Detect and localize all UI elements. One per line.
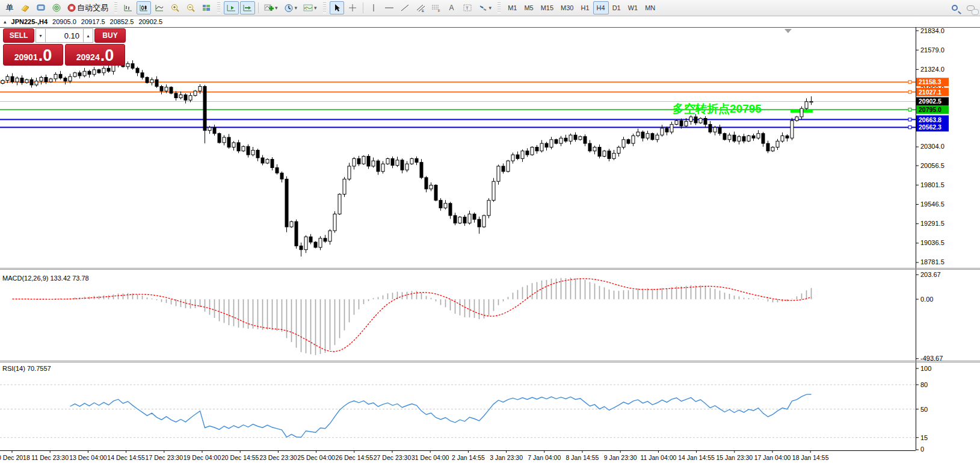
candlestick-chart-type-button[interactable] <box>137 1 151 14</box>
candle-body <box>107 68 110 71</box>
search-button[interactable] <box>948 1 962 14</box>
vertical-line-tool[interactable] <box>366 1 381 14</box>
horizontal-line-tool[interactable] <box>382 1 396 14</box>
candle-body <box>742 137 745 141</box>
buy-button[interactable]: BUY <box>94 28 126 43</box>
volume-increase-button[interactable]: ▴ <box>83 28 93 43</box>
candle-body <box>516 155 519 158</box>
candle-body <box>641 132 644 138</box>
trendline-tool[interactable] <box>398 1 412 14</box>
vline-icon <box>371 4 377 12</box>
timeframe-button-h4[interactable]: H4 <box>593 1 609 14</box>
buy-price-box[interactable]: 20924 .0 <box>65 44 125 66</box>
svg-text:20902.5: 20902.5 <box>919 98 941 105</box>
timeframe-button-m5[interactable]: M5 <box>520 1 537 14</box>
candle-body <box>194 91 197 96</box>
timeframe-button-h1[interactable]: H1 <box>578 1 593 14</box>
candle-body <box>738 137 741 141</box>
candle-body <box>800 108 803 117</box>
candlestick-icon <box>139 4 149 12</box>
indicators-button[interactable]: ▾ <box>262 1 280 14</box>
equidistant-channel-tool[interactable]: E <box>413 1 428 14</box>
candle-body <box>362 157 365 164</box>
sell-price-box[interactable]: 20901 .0 <box>3 44 63 66</box>
time-axis-label: 15 Jan 23:30 <box>716 454 753 461</box>
candle-body <box>795 117 798 120</box>
candle-body <box>757 134 760 138</box>
timeframe-button-d1[interactable]: D1 <box>609 1 624 14</box>
svg-text:19801.5: 19801.5 <box>920 181 945 188</box>
periods-button[interactable]: ▾ <box>282 1 300 14</box>
auto-scroll-button[interactable] <box>224 1 239 14</box>
candle-body <box>574 135 577 140</box>
candle-body <box>396 160 399 166</box>
candle-body <box>35 81 38 85</box>
candle-body <box>564 138 567 141</box>
cursor-tool-button[interactable] <box>330 1 344 14</box>
candle-body <box>526 151 529 155</box>
terminal-icon[interactable] <box>34 1 48 14</box>
timeframe-button-w1[interactable]: W1 <box>624 1 642 14</box>
candle-body <box>511 155 514 161</box>
zoom-in-button[interactable] <box>168 1 182 14</box>
timeframe-button-mn[interactable]: MN <box>641 1 659 14</box>
fibonacci-tool[interactable]: F <box>429 1 443 14</box>
main-toolbar: 单 自动交易 ▾ ▾ ▾ <box>0 0 980 16</box>
macd-label: MACD(12,26,9) 133.42 73.78 <box>2 275 89 282</box>
chart-shift-button[interactable] <box>240 1 255 14</box>
toolbar-grip <box>323 2 326 13</box>
candle-body <box>434 185 437 200</box>
text-label-tool[interactable]: T <box>460 1 475 14</box>
dropdown-arrow-icon[interactable]: ▾ <box>275 5 278 11</box>
one-click-collapse-arrow[interactable]: ▴ <box>4 19 7 25</box>
candle-body <box>713 128 717 132</box>
candle-body <box>324 238 327 241</box>
volume-decrease-button[interactable]: ▾ <box>35 28 46 43</box>
candle-body <box>559 138 562 143</box>
autotrading-button[interactable]: 自动交易 <box>65 1 111 14</box>
candle-body <box>762 134 765 143</box>
svg-text:100: 100 <box>920 365 931 372</box>
candle-body <box>733 135 736 141</box>
signals-icon[interactable] <box>49 1 64 14</box>
volume-input[interactable] <box>46 28 83 43</box>
candle-body <box>401 160 404 170</box>
chart-canvas[interactable]: 21834.021579.021324.021069.020304.020056… <box>0 0 980 466</box>
candle-body <box>776 141 779 147</box>
text-tool[interactable]: A <box>445 1 459 14</box>
crosshair-tool-button[interactable] <box>345 1 360 14</box>
time-axis-label: 14 Jan 14:55 <box>678 454 715 461</box>
chat-bubbles-icon <box>967 5 975 11</box>
dropdown-arrow-icon[interactable]: ▾ <box>295 5 298 11</box>
bar-chart-type-button[interactable] <box>121 1 135 14</box>
dropdown-arrow-icon[interactable]: ▾ <box>314 5 317 11</box>
community-chat-button[interactable] <box>963 1 978 14</box>
new-order-button[interactable]: 单 <box>2 1 17 14</box>
toolbar-grip <box>498 2 501 13</box>
clock-icon <box>284 4 294 13</box>
timeframe-button-m15[interactable]: M15 <box>537 1 557 14</box>
svg-text:20304.0: 20304.0 <box>920 143 945 150</box>
candle-body <box>612 154 615 159</box>
dropdown-arrow-icon[interactable]: ▾ <box>489 5 492 11</box>
tile-windows-button[interactable] <box>199 1 214 14</box>
buy-price-int: 20924 <box>76 51 100 64</box>
zoom-out-button[interactable] <box>183 1 198 14</box>
annotation-text: 多空转折点20795 <box>673 102 762 115</box>
timeframe-button-m30[interactable]: M30 <box>557 1 577 14</box>
candle-body <box>174 93 177 98</box>
candle-body <box>343 179 346 194</box>
spin-down-icon: ▾ <box>39 33 42 39</box>
autotrading-icon <box>67 4 77 12</box>
templates-button[interactable]: ▾ <box>301 1 319 14</box>
candle-body <box>425 178 428 189</box>
sell-button[interactable]: SELL <box>3 28 34 43</box>
ohlc-close: 20902.5 <box>138 18 162 25</box>
arrows-tool[interactable]: ▾ <box>476 1 495 14</box>
metaeditor-icon[interactable] <box>18 1 32 14</box>
candle-body <box>6 76 9 80</box>
line-chart-type-button[interactable] <box>152 1 167 14</box>
candle-body <box>656 135 659 140</box>
candle-body <box>608 151 611 159</box>
timeframe-button-m1[interactable]: M1 <box>504 1 520 14</box>
